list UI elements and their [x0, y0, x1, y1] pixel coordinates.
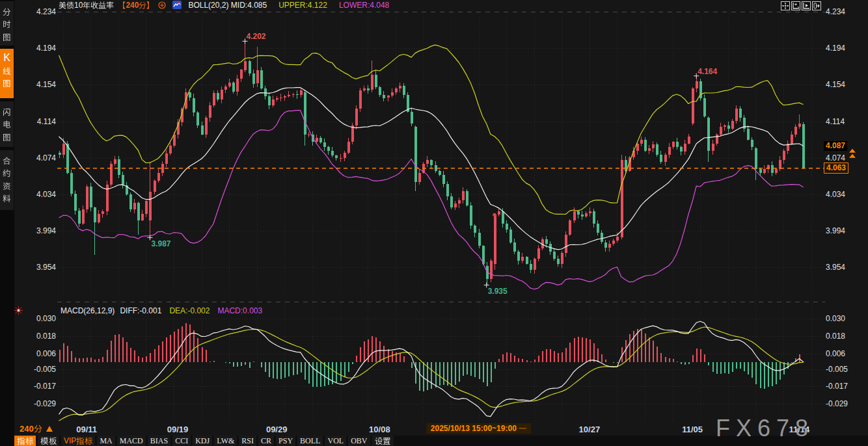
move-crosshair-icon[interactable] — [781, 1, 790, 10]
sidebar-tab-1[interactable] — [0, 1, 14, 46]
macd-legend-macd: MACD:0.003 — [217, 306, 262, 315]
toolbar-item-9[interactable]: LW& — [214, 436, 237, 446]
latest-price-badge: 4.087 — [824, 141, 847, 151]
toolbar-item-15[interactable]: OBV — [348, 436, 370, 446]
macd-legend-name: MACD(26,12,9) — [61, 306, 115, 315]
price-axis-label: 4.154 — [826, 81, 865, 89]
price-axis-label: 4.074 — [29, 154, 56, 163]
price-annotation: 4.202 — [246, 32, 265, 41]
toolbar-item-1[interactable] — [14, 436, 36, 446]
watermark: FX678 — [716, 415, 814, 442]
date-tick: 09/29 — [266, 425, 288, 434]
period-selector[interactable]: 240 — [20, 424, 53, 434]
exit-fullscreen-icon[interactable] — [812, 1, 821, 10]
sidebar-tab-2[interactable]: K — [0, 49, 14, 98]
macd-axis-label: 0.030 — [826, 315, 865, 323]
toolbar-item-7[interactable]: CCI — [172, 436, 191, 446]
macd-axis-label: -0.017 — [29, 382, 56, 391]
candlestick-macd-plot — [0, 0, 868, 446]
price-axis-label: 3.954 — [826, 263, 865, 272]
macd-axis-label: -0.029 — [826, 400, 865, 408]
date-tick: 10/27 — [579, 425, 601, 434]
left-sidebar: K — [0, 0, 14, 446]
macd-settings-icon[interactable] — [14, 306, 23, 317]
toolbar-item-14[interactable]: VOL — [325, 436, 346, 446]
toolbar-item-13[interactable]: BOLL — [297, 436, 323, 446]
sidebar-tab-3[interactable] — [0, 101, 14, 147]
price-axis-label: 4.034 — [826, 190, 865, 199]
macd-legend-diff: DIFF:-0.001 — [120, 306, 161, 315]
price-axis-label: 4.194 — [29, 44, 56, 53]
macd-axis-label: 0.018 — [29, 332, 56, 341]
date-tick: 11/05 — [682, 425, 703, 434]
toolbar-item-10[interactable]: RSI — [239, 436, 256, 446]
macd-axis-label: 0.006 — [29, 350, 56, 358]
price-axis-label: 3.954 — [29, 263, 56, 272]
axis-play-icon[interactable] — [802, 1, 811, 10]
axis-zoom-icon[interactable] — [791, 1, 800, 10]
macd-legend: MACD(26,12,9) DIFF:-0.001 DEA:-0.002 MAC… — [61, 306, 262, 315]
macd-axis-label: -0.005 — [29, 365, 56, 374]
price-annotation: 3.987 — [151, 239, 170, 248]
price-axis-label: 4.114 — [29, 118, 56, 126]
toolbar-item-4[interactable]: MA — [97, 436, 115, 446]
toolbar-item-12[interactable]: PSY — [276, 436, 295, 446]
macd-legend-dea: DEA:-0.002 — [169, 306, 210, 315]
boll-legend-lower: LOWER:4.048 — [339, 1, 389, 10]
price-annotation: 4.164 — [698, 67, 717, 76]
toolbar-item-2[interactable] — [38, 436, 59, 446]
up-triangle-icon — [46, 426, 53, 432]
date-tick: 10/08 — [369, 425, 390, 434]
crosshair-date-tooltip: 2025/10/13 15:00~19:00 — [426, 423, 531, 434]
macd-axis-label: -0.005 — [826, 365, 865, 374]
toolbar-item-8[interactable]: KDJ — [193, 436, 212, 446]
price-annotation: 3.935 — [488, 287, 508, 296]
instrument-title: 10 — [59, 1, 114, 10]
chart-titlebar: 10 240 BOLL(20,2) MID:4.085 UPPER:4.122 … — [59, 0, 393, 10]
macd-axis-label: 0.018 — [826, 332, 865, 341]
price-axis-label: 4.234 — [29, 8, 56, 16]
period-tag: 240 — [118, 1, 154, 10]
toolbar-item-3[interactable]: VIP — [61, 436, 95, 446]
macd-axis-label: 0.006 — [826, 350, 865, 358]
macd-axis-label: -0.017 — [826, 382, 865, 391]
add-indicator-icon[interactable] — [158, 1, 166, 9]
macd-axis-label: 0.030 — [29, 315, 56, 323]
macd-axis-label: -0.029 — [29, 400, 56, 408]
price-axis-label: 4.234 — [826, 8, 865, 16]
price-axis-label: 4.034 — [29, 190, 56, 199]
price-axis-label: 4.154 — [29, 81, 56, 89]
window-icon-group — [781, 1, 822, 10]
price-axis-label: 3.994 — [29, 227, 56, 235]
mini-chart-icon[interactable] — [172, 1, 182, 9]
boll-legend-name: BOLL(20,2) MID:4.085 — [188, 1, 267, 10]
sidebar-tab-4[interactable] — [0, 150, 14, 210]
toolbar-item-5[interactable]: MACD — [117, 436, 146, 446]
price-axis-label: 4.194 — [826, 44, 865, 53]
selected-price-badge: 4.063 — [824, 163, 848, 174]
price-axis-label: 3.994 — [826, 227, 865, 235]
toolbar-item-11[interactable]: CR — [258, 436, 274, 446]
price-axis-label: 4.114 — [826, 118, 865, 126]
price-axis-label: 4.074 — [826, 154, 865, 163]
toolbar-item-16[interactable] — [372, 436, 394, 446]
toolbar-item-6[interactable]: BIAS — [148, 436, 170, 446]
app-window: K 10 240 BOLL(20,2) MID:4.085 UPPER:4.12… — [0, 0, 868, 446]
date-tick: 09/11 — [76, 425, 97, 434]
date-tick: 09/19 — [167, 425, 189, 434]
boll-legend-upper: UPPER:4.122 — [278, 1, 327, 10]
